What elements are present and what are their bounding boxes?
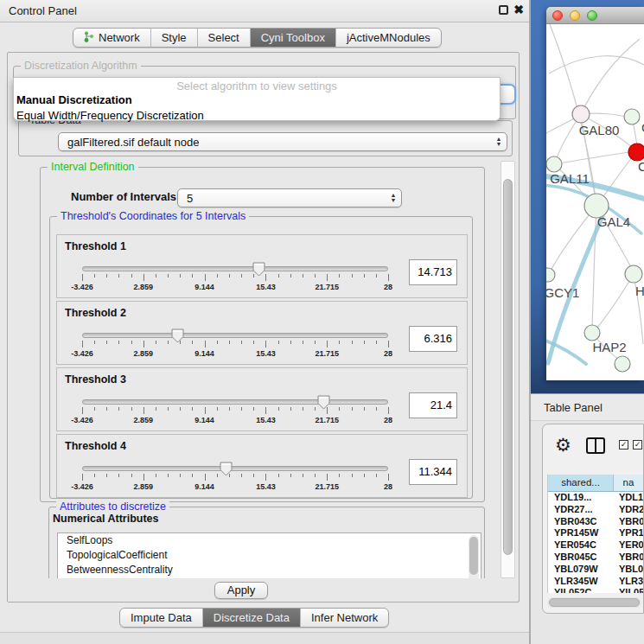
tab-style[interactable]: Style: [151, 29, 198, 47]
network-node[interactable]: [572, 105, 590, 123]
settings-scrollbar[interactable]: [501, 161, 515, 578]
table-row[interactable]: YBL079WYBL079W: [548, 564, 643, 576]
scale-label: 15.43: [256, 349, 276, 358]
table-row[interactable]: YIL052CYIL052C: [548, 587, 643, 593]
attribute-list-item[interactable]: SelfLoops: [58, 533, 481, 548]
threshold-panel: Threshold 1-3.4262.8599.14415.4321.71528…: [56, 234, 468, 298]
algorithm-option[interactable]: Equal Width/Frequency Discretization: [14, 108, 500, 124]
tick-mark: [192, 274, 193, 277]
tick-mark: [94, 474, 95, 477]
table-row[interactable]: YBR045CYBR045C: [548, 552, 643, 564]
numerical-attributes-list[interactable]: SelfLoopsTopologicalCoefficientBetweenne…: [57, 532, 481, 578]
scrollbar-thumb[interactable]: [549, 598, 640, 607]
tab-cyni-toolbox[interactable]: Cyni Toolbox: [251, 29, 336, 47]
gear-icon[interactable]: ⚙: [555, 435, 571, 456]
apply-button[interactable]: Apply: [214, 582, 268, 599]
attributes-scrollbar[interactable]: [469, 535, 479, 578]
slider-track[interactable]: [82, 466, 388, 471]
slider-track[interactable]: [82, 333, 388, 338]
slider-track[interactable]: [82, 399, 388, 405]
table-data-combo[interactable]: galFiltered.sif default node ▲▼: [58, 132, 507, 151]
number-of-intervals-value: 5: [178, 192, 386, 205]
attribute-list-item[interactable]: TopologicalCoefficient: [58, 548, 481, 563]
network-canvas[interactable]: GAL80GACGAL11GAL4GCY1HHAP2: [546, 24, 644, 380]
table-cell: YBR045C: [614, 552, 643, 564]
table-panel: ⚙ ✓ ✓ shared... na YDL19...YDL19...YDR27…: [542, 424, 644, 614]
checkbox-checked-icon[interactable]: ✓: [633, 440, 642, 450]
network-node[interactable]: [624, 109, 640, 124]
node-table[interactable]: shared... na YDL19...YDL19...YDR27...YDR…: [547, 475, 643, 593]
slider-ticks: [82, 474, 388, 481]
table-horizontal-scrollbar[interactable]: [547, 597, 641, 608]
slider-track[interactable]: [82, 266, 388, 271]
threshold-value-field[interactable]: 11.344: [409, 459, 457, 485]
table-row[interactable]: YDL19...YDL19...: [548, 492, 643, 504]
network-view-window[interactable]: GAL80GACGAL11GAL4GCY1HHAP2: [546, 7, 644, 380]
tick-mark: [106, 274, 107, 277]
threshold-value-field[interactable]: 14.713: [409, 259, 457, 285]
scale-label: 2.859: [134, 482, 154, 491]
tick-mark: [303, 341, 303, 344]
tick-mark: [131, 341, 132, 344]
tick-mark: [327, 474, 328, 481]
tick-mark: [388, 474, 389, 481]
tab-label: Select: [208, 31, 239, 44]
threshold-value-field[interactable]: 21.4: [409, 392, 457, 418]
column-header[interactable]: na: [614, 475, 643, 491]
table-row[interactable]: YLR345WYLR345W: [548, 576, 643, 588]
tick-mark: [352, 474, 353, 477]
checkbox-checked-icon[interactable]: ✓: [619, 440, 628, 450]
close-traffic-light-icon[interactable]: [552, 10, 563, 21]
tick-mark: [118, 407, 119, 411]
scrollbar-thumb[interactable]: [469, 537, 478, 575]
zoom-traffic-light-icon[interactable]: [587, 10, 597, 21]
attribute-list-item[interactable]: BetweennessCentrality: [58, 563, 481, 577]
tab-network[interactable]: Network: [73, 29, 151, 47]
network-node[interactable]: [546, 268, 555, 282]
number-of-intervals-combo[interactable]: 5 ▲▼: [177, 188, 402, 207]
table-header-row: shared... na: [548, 475, 643, 492]
tab-label: Style: [162, 31, 187, 44]
network-node[interactable]: [584, 325, 600, 341]
tick-mark: [364, 274, 365, 277]
tick-mark: [290, 274, 291, 277]
close-icon[interactable]: ✖: [513, 5, 524, 15]
scale-label: -3.426: [71, 416, 93, 424]
split-columns-icon[interactable]: [586, 437, 605, 454]
tick-mark: [229, 274, 230, 277]
network-node[interactable]: [615, 356, 630, 372]
scrollbar-thumb[interactable]: [503, 179, 513, 555]
tick-mark: [82, 474, 83, 481]
panel-title: Control Panel: [9, 4, 77, 17]
tab-discretize-data[interactable]: Discretize Data: [203, 609, 301, 627]
table-row[interactable]: YDR27...YDR27...: [548, 504, 643, 516]
tab-jactivemnodules[interactable]: jActiveMNodules: [336, 29, 441, 47]
network-node[interactable]: [625, 265, 642, 283]
column-header[interactable]: shared...: [548, 475, 614, 491]
network-node[interactable]: [628, 143, 644, 161]
table-row[interactable]: YBR043CYBR043C: [548, 516, 643, 528]
network-node[interactable]: [546, 156, 562, 172]
tab-infer-network[interactable]: Infer Network: [301, 609, 388, 627]
tick-mark: [339, 274, 340, 277]
tab-label: Discretize Data: [214, 611, 290, 624]
scale-label: 9.144: [194, 482, 214, 491]
tick-mark: [229, 407, 230, 411]
tick-mark: [106, 474, 107, 477]
tick-mark: [327, 274, 328, 281]
tick-mark: [118, 274, 119, 277]
threshold-value-field[interactable]: 6.316: [409, 326, 457, 352]
table-row[interactable]: YPR145WYPR145W: [548, 527, 643, 539]
float-window-icon[interactable]: [499, 5, 508, 15]
table-cell: YBR043C: [614, 516, 643, 528]
slider-scale-labels: -3.4262.8599.14415.4321.71528: [82, 283, 388, 293]
tab-select[interactable]: Select: [198, 29, 251, 47]
threshold-panel: Threshold 2-3.4262.8599.14415.4321.71528…: [56, 301, 468, 365]
tick-mark: [265, 341, 266, 348]
tab-impute-data[interactable]: Impute Data: [120, 609, 203, 627]
minimize-traffic-light-icon[interactable]: [570, 10, 580, 21]
algorithm-option[interactable]: Manual Discretization: [14, 92, 500, 108]
scale-label: 2.859: [134, 349, 154, 358]
tick-mark: [156, 341, 156, 344]
table-row[interactable]: YER054CYER054C: [548, 539, 643, 552]
